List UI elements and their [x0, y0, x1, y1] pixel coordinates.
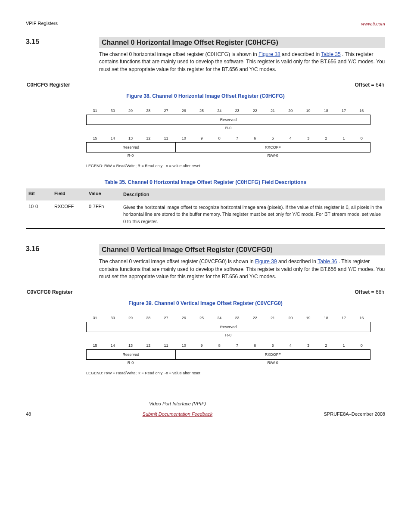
bit-number: 2: [317, 342, 335, 349]
fig-caption-1: Figure 38. Channel 0 Horizontal Image Of…: [26, 93, 385, 99]
bit-number: 1: [335, 342, 353, 349]
bit-number: 29: [122, 107, 140, 115]
table-ref[interactable]: Table 36: [318, 258, 337, 264]
reg-summary-1: C0HCFG Register Offset = 64h: [26, 82, 385, 88]
bit-number: 23: [228, 314, 246, 322]
field-rxcoff: RXCOFF: [175, 143, 370, 152]
access-low-b: R/W-0: [175, 360, 371, 369]
bit-table-1: 31302928272625242322212019181716 Reserve…: [86, 107, 371, 168]
bit-number: 8: [211, 342, 228, 349]
bit-number: 2: [317, 134, 335, 142]
reg-offset: Offset = 64h: [355, 82, 384, 88]
legend-2: LEGEND: R/W = Read/Write; R = Read only;…: [86, 371, 371, 375]
bit-number: 15: [86, 342, 104, 349]
bit-number: 25: [193, 314, 211, 322]
bit-number: 15: [86, 134, 104, 142]
access-low-a: R-0: [86, 360, 175, 369]
access-high: R-0: [86, 332, 371, 342]
section-3-15: 3.15 Channel 0 Horizontal Image Offset R…: [26, 37, 385, 73]
field-reserved: Reserved: [87, 115, 370, 124]
header-right: www.ti.com: [361, 21, 385, 27]
bit-number: 0: [353, 342, 371, 349]
bit-number: 31: [86, 314, 104, 322]
bit-number: 28: [140, 107, 157, 115]
td-value: 0-7FFh: [86, 200, 121, 229]
table-link[interactable]: Table 35. Channel 0 Horizontal Image Off…: [105, 179, 307, 185]
bit-number: 17: [335, 107, 353, 115]
field-table-1: Bit Field Value Description 10-0 RXCOFF …: [26, 189, 385, 229]
bit-number: 25: [193, 107, 211, 115]
desc-prefix: The channel 0 vertical image offset regi…: [99, 258, 255, 264]
td-bit: 10-0: [26, 200, 52, 229]
bit-number: 5: [264, 134, 282, 142]
bit-number: 31: [86, 107, 104, 115]
desc-prefix: The channel 0 horizontal image offset re…: [99, 51, 258, 57]
fig-link[interactable]: Figure 39. Channel 0 Vertical Image Offs…: [128, 300, 282, 306]
bit-number: 8: [211, 134, 228, 142]
section-3-16: 3.16 Channel 0 Vertical Image Offset Reg…: [26, 244, 385, 280]
bit-number: 5: [264, 342, 282, 349]
field-rxdoff: RXDOFF: [175, 350, 370, 359]
bit-number: 19: [299, 107, 317, 115]
bit-number: 6: [246, 134, 264, 142]
page-footer: 48 Video Port Interface (VPIF) Submit Do…: [26, 401, 385, 417]
bit-number: 3: [299, 134, 317, 142]
bit-number: 19: [299, 314, 317, 322]
bit-nums-low: 1514131211109876543210: [86, 342, 371, 349]
bit-number: 11: [157, 342, 175, 349]
field-table-head: Bit Field Value Description: [26, 189, 385, 200]
bit-number: 21: [264, 107, 282, 115]
desc-mid: and described in: [282, 51, 321, 57]
th-field: Field: [52, 189, 86, 200]
td-field: RXCOFF: [52, 200, 86, 229]
access-low-b: R/W-0: [175, 152, 371, 162]
reg-label: C0VCFG0 Register: [27, 289, 73, 295]
figure-ref[interactable]: Figure 39: [255, 258, 277, 264]
fig-link[interactable]: Figure 38. Channel 0 Horizontal Image Of…: [126, 93, 284, 99]
feedback-link[interactable]: Submit Documentation Feedback: [143, 411, 213, 417]
field-row-high: Reserved: [86, 115, 371, 125]
bit-number: 9: [193, 342, 211, 349]
field-row-low: Reserved RXDOFF: [86, 349, 371, 360]
bit-number: 22: [246, 107, 264, 115]
bit-number: 27: [157, 314, 175, 322]
section-title: Channel 0 Vertical Image Offset Register…: [99, 244, 385, 255]
field-reserved-low: Reserved: [87, 143, 175, 152]
fig-caption-2: Figure 39. Channel 0 Vertical Image Offs…: [26, 300, 385, 306]
table-caption-1: Table 35. Channel 0 Horizontal Image Off…: [26, 179, 385, 185]
reg-offset: Offset = 68h: [355, 289, 384, 295]
bit-number: 6: [246, 342, 264, 349]
figure-ref[interactable]: Figure 38: [258, 51, 280, 57]
th-bit: Bit: [26, 189, 52, 200]
bit-number: 4: [282, 134, 299, 142]
section-desc: The channel 0 vertical image offset regi…: [99, 258, 385, 280]
th-desc: Description: [121, 189, 385, 200]
bit-number: 30: [104, 314, 121, 322]
page-header: VPIF Registers www.ti.com: [26, 21, 385, 27]
header-left: VPIF Registers: [26, 21, 58, 26]
bit-number: 27: [157, 107, 175, 115]
section-desc: The channel 0 horizontal image offset re…: [99, 51, 385, 73]
ti-link[interactable]: www.ti.com: [361, 21, 385, 26]
reg-summary-2: C0VCFG0 Register Offset = 68h: [26, 289, 385, 295]
bit-number: 29: [122, 314, 140, 322]
bit-number: 11: [157, 134, 175, 142]
bit-number: 13: [122, 134, 140, 142]
doc-id: SPRUFE8A–December 2008: [324, 411, 385, 417]
field-reserved-low: Reserved: [87, 350, 175, 359]
bit-number: 10: [175, 134, 193, 142]
bit-number: 16: [353, 107, 371, 115]
bit-number: 24: [211, 107, 228, 115]
page-number: 48: [26, 411, 31, 417]
bit-number: 20: [282, 107, 299, 115]
section-title: Channel 0 Horizontal Image Offset Regist…: [99, 37, 385, 48]
bit-number: 10: [175, 342, 193, 349]
reg-label: C0HCFG Register: [27, 82, 70, 88]
bit-number: 7: [228, 134, 246, 142]
table-ref[interactable]: Table 35: [321, 51, 340, 57]
bit-number: 9: [193, 134, 211, 142]
bit-number: 14: [104, 134, 121, 142]
legend-1: LEGEND: R/W = Read/Write; R = Read only;…: [86, 164, 371, 168]
bit-number: 3: [299, 342, 317, 349]
td-desc: Gives the horizontal image offset to rec…: [121, 200, 385, 229]
